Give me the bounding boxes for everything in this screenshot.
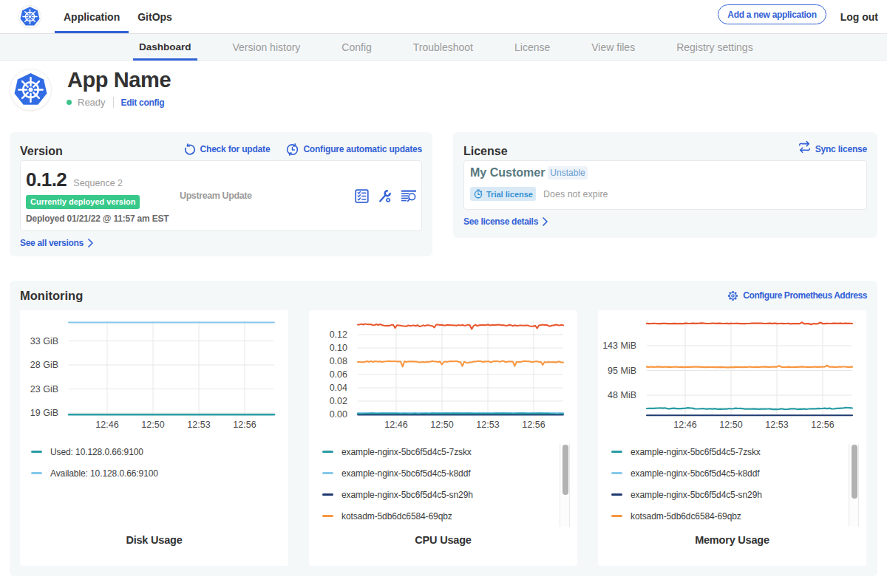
svg-text:12:53: 12:53 <box>187 420 210 430</box>
svg-text:33 GiB: 33 GiB <box>30 336 58 346</box>
svg-text:12:50: 12:50 <box>141 420 164 430</box>
svg-text:12:46: 12:46 <box>673 420 696 430</box>
svg-text:28 GiB: 28 GiB <box>30 360 58 370</box>
svg-text:12:46: 12:46 <box>384 420 407 430</box>
svg-text:95 MiB: 95 MiB <box>608 366 636 376</box>
svg-text:0.02: 0.02 <box>330 396 347 406</box>
svg-text:12:53: 12:53 <box>476 420 499 430</box>
svg-text:0.10: 0.10 <box>330 343 347 353</box>
svg-text:12:53: 12:53 <box>765 420 788 430</box>
svg-text:12:56: 12:56 <box>233 420 256 430</box>
svg-text:0.00: 0.00 <box>330 409 347 420</box>
svg-text:0.08: 0.08 <box>330 356 347 366</box>
svg-text:23 GiB: 23 GiB <box>30 384 58 394</box>
svg-text:12:50: 12:50 <box>719 420 742 430</box>
svg-text:48 MiB: 48 MiB <box>608 390 636 400</box>
svg-text:0.04: 0.04 <box>330 383 347 393</box>
svg-text:12:50: 12:50 <box>430 420 453 430</box>
svg-text:0.12: 0.12 <box>330 329 347 340</box>
svg-text:143 MiB: 143 MiB <box>602 341 636 351</box>
svg-text:0.06: 0.06 <box>330 369 347 380</box>
svg-text:12:56: 12:56 <box>522 420 545 430</box>
svg-text:19 GiB: 19 GiB <box>30 408 58 418</box>
svg-text:12:46: 12:46 <box>95 420 118 430</box>
svg-text:12:56: 12:56 <box>811 420 834 430</box>
